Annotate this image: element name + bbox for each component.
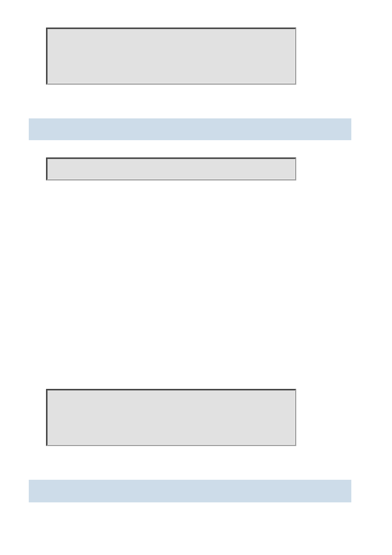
text-box-1[interactable] — [46, 28, 296, 85]
section-band-1 — [29, 118, 351, 140]
section-band-2 — [29, 480, 351, 502]
text-box-2[interactable] — [46, 157, 296, 180]
text-box-3[interactable] — [46, 389, 296, 446]
document-page — [0, 0, 392, 555]
